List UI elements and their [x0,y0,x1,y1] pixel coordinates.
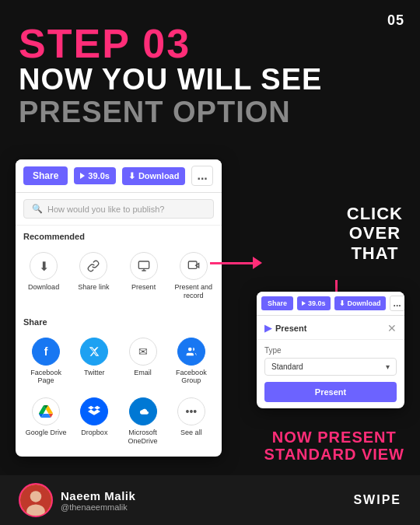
svg-rect-1 [188,261,197,268]
subtitle-line2: PRESENT OPTION [19,96,322,129]
arrow-line-horizontal [210,262,253,264]
download-label: Download [138,171,180,180]
list-item[interactable]: Google Drive [23,393,68,450]
present-icon: ▶ [264,323,271,334]
list-item[interactable]: Present [121,247,167,305]
step-number: 05 [387,12,404,29]
svg-rect-0 [138,261,149,268]
author-name: Naeem Malik [61,489,135,502]
see-all-icon: ••• [177,397,205,425]
twitter-label: Twitter [84,369,105,377]
close-button[interactable]: ✕ [387,322,397,334]
svg-point-2 [188,347,192,351]
download-icon-small: ⬇ [339,299,345,307]
toolbar-main: Share 39.0s ⬇ Download ... [16,159,222,193]
share-link-icon-circle [79,252,107,280]
present-record-icon-circle [180,252,208,280]
share-button-small[interactable]: Share [261,296,293,310]
download-icon-circle: ⬇ [30,252,58,280]
arrow-right [210,257,262,269]
list-item[interactable]: Dropbox [72,393,117,450]
google-drive-icon [32,397,60,425]
author-area: Naeem Malik @thenaeemmalik [19,483,135,517]
search-placeholder: How would you like to publish? [47,205,164,214]
arrow-head-right [253,257,262,269]
list-item[interactable]: ✉ Email [121,333,166,390]
play-icon [80,173,85,179]
click-line1: CLICK [347,204,403,223]
share-section: f Facebook Page Twitter ✉ Email Facebook… [16,330,222,457]
type-label: Type [264,346,397,355]
email-label: Email [134,369,152,377]
email-icon: ✉ [129,338,157,366]
play-icon-small [302,301,306,306]
play-button-small[interactable]: 39.0s [297,296,331,310]
list-item[interactable]: Twitter [72,333,117,390]
download-label-small: Download [348,299,381,307]
now-present-text: NOW PRESENT STANDARD VIEW [264,429,404,463]
share-button[interactable]: Share [23,166,68,185]
author-handle: @thenaeemmalik [61,502,135,512]
present-action-button[interactable]: Present [264,382,397,402]
share-icons-grid: f Facebook Page Twitter ✉ Email Facebook… [23,333,214,450]
chevron-down-icon: ▾ [386,362,390,371]
click-line3: THAT [347,243,403,263]
dropbox-label: Dropbox [81,429,107,437]
download-button[interactable]: ⬇ Download [122,167,186,185]
facebook-group-label: Facebook Group [170,369,212,386]
list-item[interactable]: ⬇ Download [20,247,67,305]
download-button-small[interactable]: ⬇ Download [334,296,386,310]
google-drive-label: Google Drive [26,429,67,437]
facebook-page-icon: f [32,338,60,366]
svg-point-4 [30,491,42,502]
dropbox-icon [80,397,108,425]
type-select[interactable]: Standard ▾ [264,358,397,376]
footer: Naeem Malik @thenaeemmalik SWIPE [0,475,420,525]
recommended-label: Recommended [16,226,222,244]
present-body: Type Standard ▾ Present [257,340,404,408]
more-button-small[interactable]: ... [390,296,404,311]
onedrive-label: Microsoft OneDrive [122,429,164,446]
type-value: Standard [271,362,303,371]
play-label: 39.0s [88,171,110,180]
facebook-group-icon [177,338,205,366]
list-item[interactable]: Microsoft OneDrive [121,393,166,450]
present-title-label: Present [275,324,306,333]
step-label: STEP 03 [19,23,322,64]
download-icon: ⬇ [128,171,135,181]
list-item[interactable]: Share link [70,247,117,305]
play-label-small: 39.0s [308,299,326,307]
now-present-line1: NOW PRESENT [264,429,404,446]
toolbar-small: Share 39.0s ⬇ Download ... [257,292,404,316]
search-input[interactable]: 🔍 How would you like to publish? [23,199,214,219]
mockup-panel-main: Share 39.0s ⬇ Download ... 🔍 How would y… [16,159,222,457]
list-item[interactable]: Facebook Group [169,333,214,390]
click-over-that-text: CLICK OVER THAT [347,204,403,263]
present-header: ▶ Present ✕ [257,316,404,340]
now-present-line2: STANDARD VIEW [264,446,404,463]
download-item-label: Download [28,283,59,292]
header-area: STEP 03 NOW YOU WILL SEE PRESENT OPTION [19,23,322,129]
share-link-label: Share link [78,283,109,292]
present-item-label: Present [131,283,156,292]
swipe-label: SWIPE [353,493,401,507]
author-info: Naeem Malik @thenaeemmalik [61,489,135,512]
present-icon-circle [130,252,158,280]
share-section-label: Share [16,311,222,330]
play-button[interactable]: 39.0s [74,167,116,184]
mockup-panel-small: Share 39.0s ⬇ Download ... ▶ Present ✕ T… [257,292,404,408]
onedrive-icon [129,397,157,425]
facebook-page-label: Facebook Page [25,369,67,386]
avatar [19,483,53,517]
search-bar: 🔍 How would you like to publish? [16,193,222,226]
subtitle-line1: NOW YOU WILL SEE [19,64,322,96]
see-all-label: See all [180,429,202,437]
list-item[interactable]: f Facebook Page [23,333,68,390]
present-record-label: Present and record [172,283,215,300]
more-button[interactable]: ... [191,166,212,186]
list-item[interactable]: ••• See all [169,393,214,450]
present-title: ▶ Present [264,323,306,334]
recommended-grid: ⬇ Download Share link Present Present an… [16,244,222,311]
twitter-icon [80,338,108,366]
search-icon: 🔍 [32,204,43,214]
